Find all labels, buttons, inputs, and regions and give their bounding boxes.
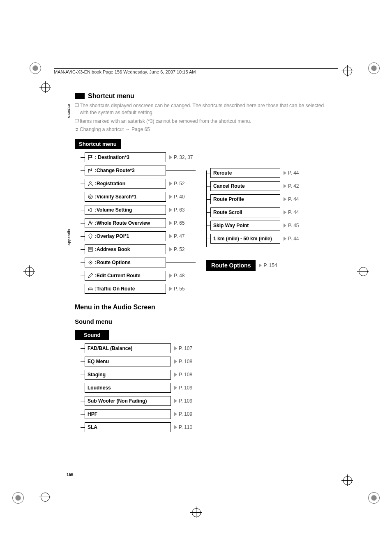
item-label: HPF [88,411,97,417]
page-reference: P. 110 [174,424,192,430]
page-reference: P. 65 [169,220,184,226]
page-reference: P. 32, 37 [169,154,193,160]
square-bullet-icon: ❐ [75,118,80,124]
note-item: ❐ The shortcuts displayed onscreen can b… [75,102,332,116]
sound-item-staging: Staging P. 108 [81,370,332,380]
page-reference: P. 44 [284,210,299,215]
change-route-child-cancel-route: Cancel Route P. 42 [210,181,299,191]
address-book-icon [88,246,93,252]
crop-mark [39,491,51,502]
item-label: Loudness [88,385,111,391]
change-route-child-reroute: Reroute P. 44 [210,168,299,178]
page-reference: P. 44 [284,196,299,202]
item-label: :Edit Current Route [95,273,141,279]
change-route-child-route-scroll: Route Scroll P. 44 [210,207,299,217]
page-reference: P. 107 [174,345,192,351]
page-number: 156 [67,472,74,477]
side-label-naviav: NAVI/AV [67,104,71,118]
flag-icon [88,154,93,160]
pin-icon [88,233,93,239]
route-overview-icon [88,220,93,226]
note-item: ❐ Items marked with an asterisk (*3) can… [75,118,332,125]
item-label: Skip Way Point [213,223,249,228]
shortcut-item-edit-current-route: :Edit Current Route P. 48 [81,271,202,281]
page-header-line: MAN-AVIC-X3-EN.book Page 156 Wednesday, … [54,68,338,74]
route-options-reference: Route Options P. 154 [206,260,299,271]
note-text: Items marked with an asterisk (*3) canno… [80,118,251,125]
item-label: :Vicinity Search*1 [95,194,136,200]
note-text: Changing a shortcut → Page 65 [80,126,150,133]
sound-item-hpf: HPF P. 109 [81,409,332,419]
crop-mark [341,474,353,486]
square-bullet-icon: ❐ [75,102,80,108]
shortcut-item-route-options: :Route Options [81,258,202,267]
section-title: Shortcut menu [88,92,134,100]
page-reference: P. 48 [169,273,184,279]
page-reference: P. 52 [169,181,184,187]
item-label: Cancel Route [213,183,245,189]
crop-mark [23,265,35,277]
note-item: ➲ Changing a shortcut → Page 65 [75,126,332,133]
gear-icon [88,260,93,265]
sound-item-sla: SLA P. 110 [81,422,332,432]
audio-section-heading: Menu in the Audio Screen [75,304,332,312]
svg-point-0 [88,195,92,199]
item-label: Route Scroll [213,210,242,215]
shortcut-item-destination: : Destination*3 P. 32, 37 [81,152,202,162]
shortcut-item-overlay-poi: :Overlay POI*1 P. 47 [81,231,202,241]
change-route-child-distance-range: 1 km (mile) - 50 km (mile) P. 44 [210,234,299,244]
page-reference: P. 154 [259,263,277,268]
notes-list: ❐ The shortcuts displayed onscreen can b… [75,102,332,133]
item-label: : Destination*3 [95,154,129,160]
page-reference: P. 109 [174,398,192,404]
print-registration-mark [368,492,380,504]
route-options-box: Route Options [206,260,256,271]
page-reference: P. 55 [169,286,184,292]
page-reference: P. 109 [174,411,192,417]
note-text: The shortcuts displayed onscreen can be … [80,102,332,116]
print-registration-mark [30,62,41,74]
svg-point-4 [90,262,91,263]
crop-mark [357,265,369,277]
svg-rect-2 [88,247,92,251]
item-label: Staging [88,372,106,378]
item-label: Route Profile [213,196,244,202]
section-title-bar: Shortcut menu [75,92,332,100]
side-label-appendix: Appendix [67,229,71,246]
sound-box-title: Sound [75,330,109,340]
change-route-icon [88,168,93,173]
sound-item-sub-woofer: Sub Woofer (Non Fading) P. 109 [81,396,332,406]
shortcut-menu-box-title: Shortcut menu [75,139,121,149]
shortcut-item-whole-route-overview: :Whole Route Overview P. 65 [81,218,202,228]
shortcut-item-volume-setting: :Volume Setting P. 63 [81,205,202,215]
page-reference: P. 52 [169,246,184,252]
page-reference: P. 109 [174,385,192,391]
sound-item-fad-bal: FAD/BAL (Balance) P. 107 [81,343,332,353]
page-reference: P. 44 [284,170,299,176]
change-route-child-route-profile: Route Profile P. 44 [210,194,299,204]
page-reference: P. 42 [284,183,299,189]
crop-mark [190,507,202,518]
item-label: :Overlay POI*1 [95,233,129,239]
item-label: :Whole Route Overview [95,220,150,226]
shortcut-item-address-book: :Address Book P. 52 [81,244,202,254]
sound-menu-heading: Sound menu [75,318,332,325]
item-label: :Address Book [95,246,130,252]
crop-mark [39,81,51,93]
item-label: :Registration [95,181,125,187]
item-label: SLA [88,424,97,430]
item-label: :Traffic On Route [95,286,135,292]
item-label: FAD/BAL (Balance) [88,345,132,351]
item-label: Reroute [213,170,232,176]
page-reference: P. 108 [174,372,192,378]
arrow-bullet-icon: ➲ [75,126,80,132]
speaker-icon [88,207,93,213]
shortcut-item-change-route: :Change Route*3 [81,166,202,175]
title-black-marker [75,93,85,99]
page-reference: P. 108 [174,359,192,364]
page-reference: P. 63 [169,207,184,213]
radar-icon [88,194,93,200]
pencil-icon [88,273,93,279]
register-icon [88,181,93,187]
print-registration-mark [12,492,24,504]
